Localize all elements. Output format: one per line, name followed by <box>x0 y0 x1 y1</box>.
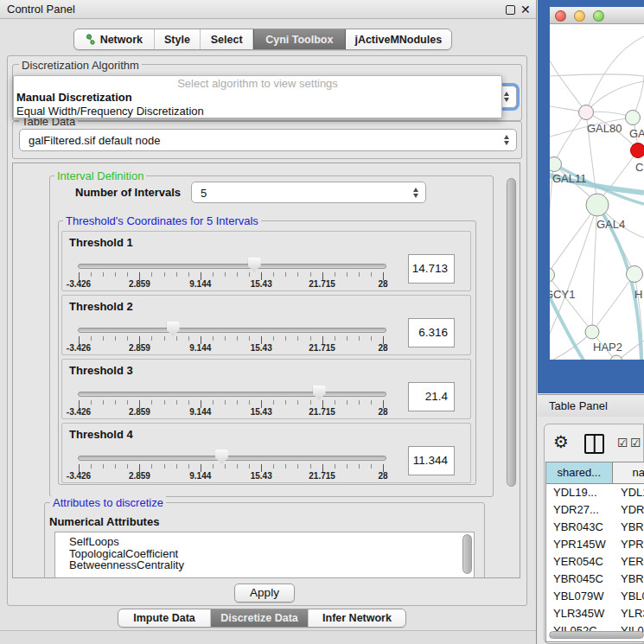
tick-label: 28 <box>378 407 387 417</box>
column-header-shared-name[interactable]: shared... <box>546 462 613 483</box>
checkbox-icon[interactable]: ☑ <box>630 436 641 450</box>
node-top-right[interactable] <box>626 111 641 125</box>
tab-cyni-toolbox[interactable]: Cyni Toolbox <box>253 29 346 49</box>
combo-stepper-icon[interactable] <box>413 188 418 198</box>
threshold-value-field[interactable]: 6.316 <box>408 318 455 348</box>
float-icon[interactable] <box>506 5 515 15</box>
cell-name: YBL0 <box>615 588 644 605</box>
list-scrollbar[interactable] <box>462 534 472 574</box>
tick-label: 2.859 <box>129 407 150 417</box>
tick-label: -3.426 <box>67 407 91 417</box>
slider-track[interactable] <box>78 392 386 397</box>
dropdown-option-equal-width[interactable]: Equal Width/Frequency Discretization <box>14 105 501 118</box>
table-body: YDL19...YDL1YDR27...YDR2YBR043CYBR0YPR14… <box>546 484 644 641</box>
pane-scrollbar[interactable] <box>507 178 516 487</box>
algorithm-group-label: Discretization Algorithm <box>19 59 142 72</box>
table-row[interactable]: YDL19...YDL1 <box>546 484 644 501</box>
tab-label: Style <box>164 34 190 46</box>
split-columns-icon[interactable] <box>584 434 604 454</box>
zoom-traffic-light-icon[interactable] <box>593 10 604 22</box>
node-gal80[interactable] <box>579 105 594 120</box>
threshold-value-field[interactable]: 11.344 <box>408 446 455 475</box>
node-h[interactable] <box>627 266 643 283</box>
network-window-titlebar[interactable] <box>550 7 644 24</box>
cell-shared-name: YDL19... <box>546 484 615 501</box>
node-gal4[interactable] <box>586 194 609 216</box>
tick-label: 15.43 <box>251 343 272 353</box>
tick-label: 21.715 <box>309 343 335 353</box>
minimize-traffic-light-icon[interactable] <box>574 10 585 22</box>
panel-title: Control Panel <box>7 0 75 19</box>
horizontal-scrollbar[interactable] <box>549 631 644 639</box>
tick-label: 21.715 <box>309 279 335 289</box>
slider-track[interactable] <box>78 328 386 333</box>
node-label: HAP2 <box>593 341 622 354</box>
cell-shared-name: YDR27... <box>546 501 615 519</box>
tab-infer-network[interactable]: Infer Network <box>309 609 405 627</box>
algorithm-dropdown-popup: Select algorithm to view settings Manual… <box>13 75 502 118</box>
tick-label: 15.43 <box>251 407 272 417</box>
table-panel-title: Table Panel <box>549 395 608 418</box>
gear-icon[interactable]: ⚙ <box>553 431 569 452</box>
apply-button[interactable]: Apply <box>234 583 295 603</box>
combo-stepper-icon[interactable] <box>504 92 509 102</box>
tab-network[interactable]: Network <box>74 29 155 49</box>
tick-label: 15.43 <box>251 279 272 289</box>
table-row[interactable]: YER054CYER0 <box>546 553 644 571</box>
attribute-item[interactable]: TopologicalCoefficient <box>55 548 474 560</box>
numerical-attributes-list[interactable]: SelfLoopsTopologicalCoefficientBetweenne… <box>54 532 475 578</box>
slider-thumb[interactable] <box>248 258 261 272</box>
slider-thumb[interactable] <box>215 450 228 464</box>
node-hap2[interactable] <box>585 325 599 339</box>
network-canvas[interactable]: GAL80 GA C GAL11 GAL4 GCY1 H HAP2 <box>550 24 644 360</box>
table-row[interactable]: YBR043CYBR0 <box>546 519 644 536</box>
table-row[interactable]: YBL079WYBL0 <box>546 588 644 605</box>
top-tab-bar: Network Style Select Cyni Toolbox jActiv… <box>73 29 452 50</box>
tick-label: 2.859 <box>129 279 150 289</box>
tab-style[interactable]: Style <box>155 29 201 49</box>
table-row[interactable]: YPR145WYPR1 <box>546 536 644 553</box>
tab-discretize-data[interactable]: Discretize Data <box>211 609 309 627</box>
combo-stepper-icon[interactable] <box>504 135 509 145</box>
table-row[interactable]: YDR27...YDR2 <box>546 501 644 519</box>
threshold-panel-4: Threshold 4 -3.4262.8599.14415.4321.7152… <box>61 423 471 483</box>
table-header: shared... na <box>546 462 644 484</box>
number-of-intervals-label: Number of Intervals <box>75 186 181 199</box>
tick-label: 21.715 <box>309 407 335 417</box>
node-red-selected[interactable] <box>631 143 644 158</box>
threshold-label: Threshold 1 <box>69 236 133 249</box>
number-of-intervals-value: 5 <box>201 182 207 204</box>
attribute-item[interactable]: BetweennessCentrality <box>55 559 474 571</box>
checkbox-icon[interactable]: ☑ <box>617 436 628 450</box>
node-gal11[interactable] <box>550 157 562 172</box>
column-header-name[interactable]: na <box>613 462 644 483</box>
table-row[interactable]: YBR045CYBR0 <box>546 571 644 588</box>
threshold-label: Threshold 2 <box>69 300 133 313</box>
slider-track[interactable] <box>78 456 386 461</box>
attributes-group-label: Attributes to discretize <box>50 496 166 509</box>
bottom-strip <box>0 630 536 644</box>
dropdown-placeholder-item[interactable]: Select algorithm to view settings <box>14 76 501 91</box>
slider-thumb[interactable] <box>313 386 326 400</box>
table-data-combobox[interactable]: galFiltered.sif default node <box>19 129 517 151</box>
close-traffic-light-icon[interactable] <box>555 10 566 22</box>
node-gcy1[interactable] <box>550 268 555 283</box>
slider-track[interactable] <box>78 264 386 269</box>
threshold-value-field[interactable]: 14.713 <box>408 254 455 284</box>
threshold-value-field[interactable]: 21.4 <box>408 382 455 411</box>
interval-definition-label: Interval Definition <box>54 169 146 182</box>
tick-label: 9.144 <box>189 279 211 289</box>
tick-label: -3.426 <box>67 471 91 481</box>
attribute-item[interactable]: SelfLoops <box>55 536 474 548</box>
dropdown-option-manual[interactable]: Manual Discretization <box>14 91 501 105</box>
network-nodes[interactable] <box>550 105 644 360</box>
slider-thumb[interactable] <box>167 322 180 336</box>
table-row[interactable]: YLR345WYLR3 <box>546 605 644 622</box>
tab-jactivemnodules[interactable]: jActiveMNodules <box>346 29 451 49</box>
tab-impute-data[interactable]: Impute Data <box>118 609 211 627</box>
close-icon[interactable]: ✕ <box>520 2 531 17</box>
network-icon <box>86 34 96 45</box>
tab-select[interactable]: Select <box>201 29 253 49</box>
threshold-label: Threshold 3 <box>69 364 133 377</box>
number-of-intervals-combobox[interactable]: 5 <box>191 182 426 203</box>
